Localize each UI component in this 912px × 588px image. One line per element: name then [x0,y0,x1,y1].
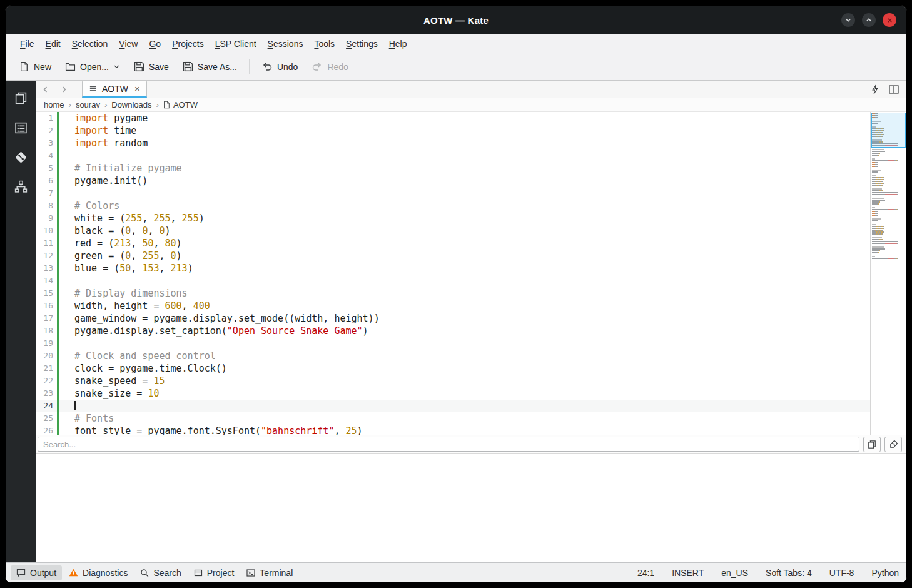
statusbar-output-button[interactable]: Output [11,565,62,580]
line-number: 11 [36,237,57,250]
output-search-input[interactable] [38,437,859,452]
close-button[interactable] [883,13,896,27]
line-number: 10 [36,225,57,237]
new-document-icon [19,61,29,72]
history-back-button[interactable] [38,81,54,98]
chevron-right-icon [59,85,68,94]
open-button[interactable]: Open... [58,57,127,76]
statusbar-cursor-position[interactable]: 24:1 [637,568,654,578]
line-number: 12 [36,250,57,262]
statusbar-dictionary[interactable]: en_US [721,568,748,578]
toolview-buttons: Output Diagnostics Search Project Termin… [11,565,298,580]
split-view-icon[interactable] [889,85,899,94]
line-number: 7 [36,187,57,200]
symbols-tree-icon[interactable] [13,179,28,194]
clear-output-button[interactable] [884,437,902,452]
new-button[interactable]: New [12,57,58,76]
tab-aotw[interactable]: AOTW × [82,81,147,98]
code-line-23[interactable]: 23snake_size = 10 [36,387,870,400]
git-icon[interactable] [13,150,28,165]
code-line-21[interactable]: 21clock = pygame.time.Clock() [36,362,870,375]
tab-label: AOTW [102,84,128,94]
breadcrumb-sourav[interactable]: sourav [73,100,103,109]
line-number: 15 [36,287,57,300]
code-line-1[interactable]: 1import pygame [36,112,870,124]
menu-sessions[interactable]: Sessions [262,36,309,52]
statusbar-project-button[interactable]: Project [188,565,240,580]
code-line-13[interactable]: 13blue = (50, 153, 213) [36,262,870,275]
code-line-3[interactable]: 3import random [36,137,870,150]
menu-go[interactable]: Go [143,36,166,52]
text-cursor [74,401,76,410]
menu-file[interactable]: File [14,36,40,52]
menu-tools[interactable]: Tools [308,36,340,52]
code-line-16[interactable]: 16width, height = 600, 400 [36,300,870,312]
code-line-19[interactable]: 19 [36,337,870,350]
code-line-26[interactable]: 26font_style = pygame.font.SysFont("bahn… [36,425,870,435]
statusbar-encoding[interactable]: UTF-8 [829,568,854,578]
code-text [59,150,870,162]
menubar: FileEditSelectionViewGoProjectsLSP Clien… [6,34,906,53]
code-text [59,275,870,287]
code-line-20[interactable]: 20# Clock and speed control [36,350,870,362]
code-text: import pygame [59,112,870,124]
code-line-12[interactable]: 12green = (0, 255, 0) [36,250,870,262]
code-text: import random [59,137,870,150]
menu-view[interactable]: View [113,36,143,52]
undo-button[interactable]: Undo [255,58,305,76]
minimap-viewport[interactable] [871,113,906,148]
menu-help[interactable]: Help [383,36,413,52]
code-line-4[interactable]: 4 [36,150,870,162]
menu-settings[interactable]: Settings [340,36,383,52]
save-button[interactable]: Save [127,57,176,76]
menu-selection[interactable]: Selection [66,36,114,52]
code-line-14[interactable]: 14 [36,275,870,287]
breadcrumb-downloads[interactable]: Downloads [108,100,155,109]
documents-icon[interactable] [13,91,28,106]
statusbar-input-mode[interactable]: INSERT [672,568,704,578]
code-text: # Initialize pygame [59,162,870,175]
save-button-label: Save [149,62,169,72]
statusbar-language[interactable]: Python [871,568,899,578]
code-line-24[interactable]: 24 [36,400,870,412]
minimap-scrollbar[interactable] [870,112,906,435]
menu-edit[interactable]: Edit [40,36,66,52]
code-line-7[interactable]: 7 [36,187,870,200]
redo-button[interactable]: Redo [305,58,355,76]
copy-output-button[interactable] [863,437,881,452]
quick-open-icon[interactable] [871,84,879,94]
code-line-9[interactable]: 9white = (255, 255, 255) [36,212,870,225]
statusbar-diagnostics-button[interactable]: Diagnostics [63,565,133,580]
code-line-2[interactable]: 2import time [36,124,870,137]
code-line-25[interactable]: 25# Fonts [36,412,870,425]
history-forward-button[interactable] [56,81,72,98]
statusbar-tab-mode[interactable]: Soft Tabs: 4 [766,568,812,578]
breadcrumb-home[interactable]: home [41,100,68,109]
code-line-22[interactable]: 22snake_speed = 15 [36,375,870,387]
code-line-8[interactable]: 8# Colors [36,200,870,212]
statusbar-search-button[interactable]: Search [134,565,186,580]
output-panel [36,454,906,562]
open-button-label: Open... [80,62,109,72]
save-as-button[interactable]: Save As... [176,57,244,76]
output-toolbar [36,435,906,454]
menu-projects[interactable]: Projects [166,36,210,52]
open-folder-icon [65,61,76,72]
maximize-button[interactable] [862,13,876,27]
code-line-18[interactable]: 18pygame.display.set_caption("Open Sourc… [36,325,870,337]
code-line-17[interactable]: 17game_window = pygame.display.set_mode(… [36,312,870,325]
code-line-5[interactable]: 5# Initialize pygame [36,162,870,175]
menu-lsp-client[interactable]: LSP Client [210,36,262,52]
project-icon [194,569,203,577]
code-line-10[interactable]: 10black = (0, 0, 0) [36,225,870,237]
statusbar-terminal-button[interactable]: Terminal [241,565,298,580]
code-line-15[interactable]: 15# Display dimensions [36,287,870,300]
code-editor[interactable]: 1import pygame2import time3import random… [36,112,870,435]
tab-close-icon[interactable]: × [134,84,140,93]
minimize-button[interactable] [841,13,855,27]
code-line-11[interactable]: 11red = (213, 50, 80) [36,237,870,250]
breadcrumb-aotw[interactable]: AOTW [170,100,201,109]
file-list-icon[interactable] [13,120,28,135]
code-line-6[interactable]: 6pygame.init() [36,175,870,187]
line-number: 26 [36,425,57,435]
